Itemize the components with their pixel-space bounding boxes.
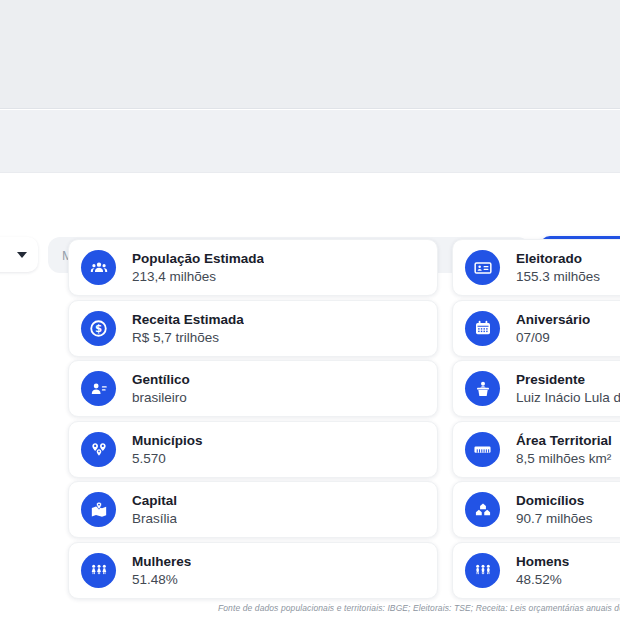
brazil-overview-page: Município Selecionar [0,0,620,620]
caret-down-icon [17,252,27,258]
card-value: Brasília [132,510,177,527]
map-pins-icon [81,432,116,467]
svg-text:$: $ [95,323,102,334]
info-card-aniversario: Aniversário 07/09 [452,300,620,357]
state-select[interactable] [0,237,38,272]
men-group-icon [465,553,500,588]
card-value: 48.52% [516,571,569,588]
info-card-populacao-estimada: População Estimada 213,4 milhões [68,239,438,296]
info-card-gentilico: Gentílico brasileiro [68,360,438,417]
podium-icon [465,371,500,406]
card-value: R$ 5,7 trilhões [132,329,244,346]
stats-card-grid: População Estimada 213,4 milhões $ Recei… [68,239,620,599]
card-value: 8,5 milhões km² [516,450,612,467]
info-card-eleitorado: Eleitorado 155.3 milhões [452,239,620,296]
header-band [0,0,620,109]
voter-id-card-icon [465,250,500,285]
card-value: 90.7 milhões [516,510,593,527]
card-value: 5.570 [132,450,203,467]
info-card-receita-estimada: $ Receita Estimada R$ 5,7 trilhões [68,300,438,357]
info-card-presidente: Presidente Luiz Inácio Lula da Silva [452,360,620,417]
houses-icon [465,492,500,527]
card-title: Capital [132,492,177,509]
map-location-icon [81,492,116,527]
card-value: 07/09 [516,329,590,346]
person-lines-icon [81,371,116,406]
card-title: População Estimada [132,250,264,267]
women-group-icon [81,553,116,588]
card-title: Gentílico [132,371,190,388]
card-value: 155.3 milhões [516,268,600,285]
info-card-homens: Homens 48.52% [452,542,620,599]
info-card-capital: Capital Brasília [68,481,438,538]
card-title: Área Territorial [516,432,612,449]
card-title: Municípios [132,432,203,449]
card-value: Luiz Inácio Lula da Silva [516,389,620,406]
calendar-icon [465,311,500,346]
stats-column-right: Eleitorado 155.3 milhões [452,239,620,599]
dollar-coin-icon: $ [81,311,116,346]
info-card-domicilios: Domicílios 90.7 milhões [452,481,620,538]
info-card-mulheres: Mulheres 51.48% [68,542,438,599]
card-value: 51.48% [132,571,191,588]
ruler-icon [465,432,500,467]
info-card-municipios: Municípios 5.570 [68,421,438,478]
people-group-icon [81,250,116,285]
card-value: 213,4 milhões [132,268,264,285]
stats-column-left: População Estimada 213,4 milhões $ Recei… [68,239,438,599]
card-title: Presidente [516,371,620,388]
card-value: brasileiro [132,389,190,406]
card-title: Domicílios [516,492,593,509]
filter-bar: Município Selecionar [0,110,620,172]
card-title: Eleitorado [516,250,600,267]
info-card-area-territorial: Área Territorial 8,5 milhões km² [452,421,620,478]
card-title: Homens [516,553,569,570]
data-source-note: Fonte de dados populacionais e territori… [218,603,620,613]
card-title: Mulheres [132,553,191,570]
card-title: Receita Estimada [132,311,244,328]
card-title: Aniversário [516,311,590,328]
